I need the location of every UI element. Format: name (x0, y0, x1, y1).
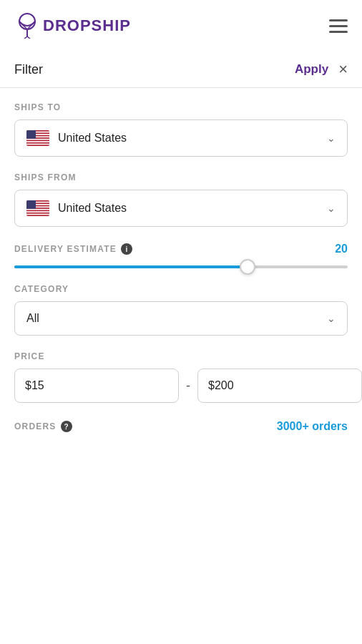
logo-text: DROPSHIP (43, 16, 131, 35)
filter-actions: Apply × (295, 62, 348, 77)
delivery-info-icon[interactable]: i (121, 243, 132, 255)
category-value: All (26, 312, 39, 325)
price-label: PRICE (14, 351, 348, 361)
ships-from-label: SHIPS FROM (14, 172, 348, 182)
ships-to-flag (26, 130, 49, 146)
orders-label: ORDERS (14, 421, 57, 431)
apply-button[interactable]: Apply (295, 62, 328, 77)
svg-line-2 (24, 36, 27, 39)
svg-rect-9 (26, 141, 49, 142)
ships-to-chevron-icon: ⌄ (327, 132, 336, 144)
svg-rect-16 (26, 209, 49, 210)
price-row: - (14, 369, 348, 403)
svg-rect-8 (26, 139, 49, 140)
filter-bar: Filter Apply × (0, 52, 362, 88)
ships-to-value: United States (58, 132, 127, 145)
slider-track (14, 265, 348, 268)
svg-line-3 (27, 36, 30, 39)
ships-to-label: SHIPS TO (14, 102, 348, 112)
hamburger-line-1 (329, 19, 348, 21)
delivery-estimate-section: DELIVERY ESTIMATE i 20 (14, 243, 348, 268)
app-header: DROPSHIP (0, 0, 362, 52)
hamburger-line-2 (329, 25, 348, 27)
hamburger-menu-button[interactable] (329, 19, 348, 33)
hamburger-line-3 (329, 31, 348, 33)
price-min-input[interactable] (14, 369, 179, 403)
svg-point-0 (19, 14, 35, 29)
svg-rect-18 (26, 214, 49, 215)
orders-section: ORDERS ? 3000+ orders (14, 420, 348, 433)
ships-from-value: United States (58, 202, 127, 215)
svg-rect-11 (26, 130, 36, 139)
slider-thumb[interactable] (240, 259, 255, 275)
orders-info-icon[interactable]: ? (61, 421, 72, 432)
logo: DROPSHIP (14, 13, 131, 39)
logo-icon (14, 13, 40, 39)
delivery-label-group: DELIVERY ESTIMATE i (14, 243, 132, 255)
category-chevron-icon: ⌄ (327, 313, 336, 324)
svg-rect-10 (26, 144, 49, 145)
slider-fill (14, 265, 248, 268)
ships-to-dropdown[interactable]: United States ⌄ (14, 119, 348, 157)
category-selected: All (26, 312, 39, 325)
category-section: CATEGORY All ⌄ (14, 284, 348, 336)
delivery-slider[interactable] (14, 265, 348, 268)
ships-from-section: SHIPS FROM United States (14, 172, 348, 227)
ships-from-dropdown[interactable]: United States ⌄ (14, 190, 348, 227)
ships-from-flag (26, 200, 49, 216)
svg-rect-19 (26, 200, 36, 209)
delivery-estimate-value: 20 (335, 243, 348, 255)
delivery-estimate-label: DELIVERY ESTIMATE (14, 244, 117, 254)
category-label: CATEGORY (14, 284, 348, 294)
orders-value: 3000+ orders (277, 420, 348, 433)
filter-content: SHIPS TO United States (0, 88, 362, 433)
ships-to-selected: United States (26, 130, 127, 146)
ships-from-selected: United States (26, 200, 127, 216)
ships-to-section: SHIPS TO United States (14, 102, 348, 157)
ships-from-chevron-icon: ⌄ (327, 203, 336, 214)
price-dash: - (186, 379, 190, 394)
category-dropdown[interactable]: All ⌄ (14, 301, 348, 336)
close-button[interactable]: × (338, 62, 348, 77)
price-section: PRICE - (14, 351, 348, 403)
filter-title: Filter (14, 62, 43, 77)
delivery-header: DELIVERY ESTIMATE i 20 (14, 243, 348, 255)
svg-rect-17 (26, 211, 49, 213)
orders-label-group: ORDERS ? (14, 421, 72, 432)
price-max-input[interactable] (197, 369, 362, 403)
